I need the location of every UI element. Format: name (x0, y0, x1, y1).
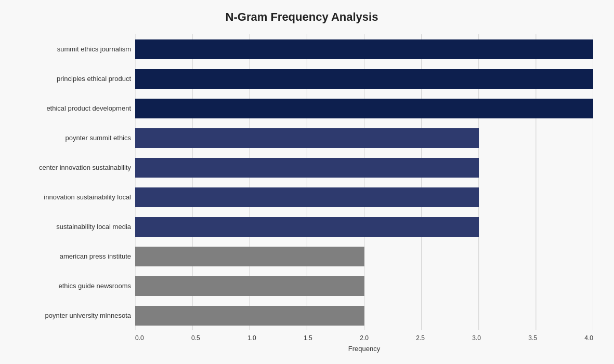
bar-row (135, 303, 593, 329)
y-label: center innovation sustainability (10, 153, 131, 182)
bar-row (135, 125, 593, 151)
grid-and-bars: summit ethics journalismprinciples ethic… (10, 34, 593, 330)
x-axis: 0.00.51.01.52.02.53.03.54.0 (10, 334, 593, 342)
chart-title: N-Gram Frequency Analysis (10, 10, 593, 24)
bar (135, 276, 364, 296)
bar-row (135, 96, 593, 122)
bars-area (135, 34, 593, 330)
bar-row (135, 155, 593, 181)
y-labels: summit ethics journalismprinciples ethic… (10, 34, 135, 330)
chart-container: N-Gram Frequency Analysis summit ethics … (0, 0, 614, 364)
bar-row (135, 184, 593, 210)
bar (135, 39, 593, 59)
bar-row (135, 214, 593, 240)
x-tick: 2.0 (360, 334, 369, 342)
y-label: innovation sustainability local (10, 182, 131, 212)
bar (135, 217, 479, 237)
bar-row (135, 66, 593, 92)
bar-row (135, 36, 593, 62)
y-label: sustainability local media (10, 212, 131, 241)
x-axis-spacer (10, 334, 135, 342)
x-tick: 3.0 (472, 334, 481, 342)
bar (135, 247, 364, 266)
bar-row (135, 244, 593, 269)
y-label: poynter university minnesota (10, 301, 131, 330)
bar-row (135, 273, 593, 299)
x-axis-label: Frequency (135, 345, 593, 353)
x-tick: 0.0 (135, 334, 144, 342)
y-label: ethics guide newsrooms (10, 271, 131, 301)
y-label: american press institute (10, 241, 131, 271)
y-label: principles ethical product (10, 64, 131, 93)
x-ticks: 0.00.51.01.52.02.53.03.54.0 (135, 334, 593, 342)
x-tick: 1.5 (304, 334, 312, 342)
bar (135, 158, 479, 178)
x-tick: 4.0 (584, 334, 593, 342)
bar (135, 187, 479, 207)
x-tick: 1.0 (247, 334, 256, 342)
x-tick: 0.5 (191, 334, 200, 342)
x-tick: 3.5 (528, 334, 537, 342)
x-tick: 2.5 (416, 334, 425, 342)
bar (135, 99, 593, 118)
chart-area: summit ethics journalismprinciples ethic… (10, 34, 593, 315)
bar (135, 306, 364, 326)
y-label: ethical product development (10, 93, 131, 123)
x-axis-label-row: Frequency (10, 343, 593, 353)
bar (135, 128, 479, 148)
y-label: poynter summit ethics (10, 123, 131, 153)
bar (135, 69, 593, 89)
y-label: summit ethics journalism (10, 34, 131, 64)
